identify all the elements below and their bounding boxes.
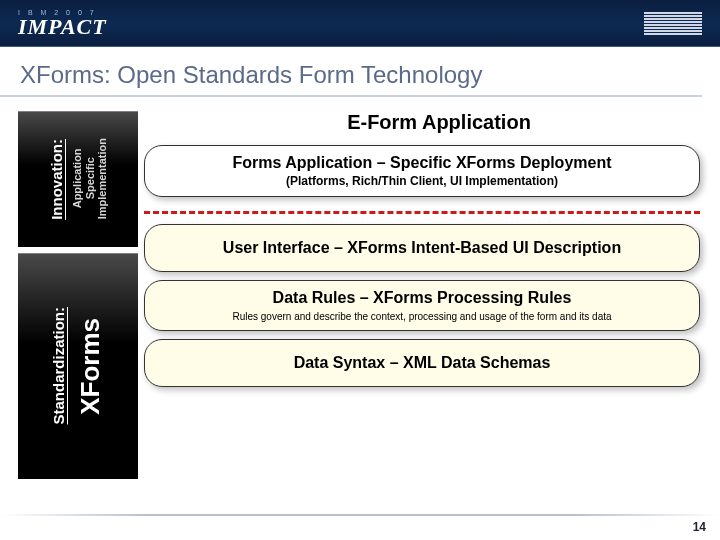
layer-ui-title: User Interface – XForms Intent-Based UI … <box>155 239 689 257</box>
layer-ui: User Interface – XForms Intent-Based UI … <box>144 224 700 272</box>
layer-rules-title: Data Rules – XForms Processing Rules <box>155 289 689 307</box>
ibm-logo-icon <box>644 12 702 35</box>
content-area: E-Form Application Innovation: Applicati… <box>18 111 720 511</box>
layer-deployment: Forms Application – Specific XForms Depl… <box>144 145 700 197</box>
event-name: IMPACT <box>18 16 107 38</box>
layer-stack: Forms Application – Specific XForms Depl… <box>144 145 700 395</box>
layer-syntax: Data Syntax – XML Data Schemas <box>144 339 700 387</box>
page-number: 14 <box>693 520 706 534</box>
layer-deployment-sub: (Platforms, Rich/Thin Client, UI Impleme… <box>155 174 689 188</box>
innovation-box: Innovation: Application Specific Impleme… <box>18 111 138 247</box>
diagram-title: E-Form Application <box>198 111 680 134</box>
layer-syntax-title: Data Syntax – XML Data Schemas <box>155 354 689 372</box>
slide-title: XForms: Open Standards Form Technology <box>0 47 702 97</box>
dashed-divider <box>144 211 700 214</box>
standardization-box: Standardization: XForms <box>18 253 138 479</box>
layer-deployment-title: Forms Application – Specific XForms Depl… <box>155 154 689 172</box>
header-bar: I B M 2 0 0 7 IMPACT <box>0 0 720 47</box>
app-specific-label: Application Specific Implementation <box>71 138 109 219</box>
layer-rules-sub: Rules govern and describe the context, p… <box>155 311 689 322</box>
left-column: Innovation: Application Specific Impleme… <box>18 111 138 479</box>
layer-rules: Data Rules – XForms Processing Rules Rul… <box>144 280 700 331</box>
xforms-label: XForms <box>75 318 106 415</box>
innovation-label: Innovation: <box>48 139 65 220</box>
standardization-label: Standardization: <box>50 307 67 425</box>
footer-divider <box>0 514 720 516</box>
impact-logo: I B M 2 0 0 7 IMPACT <box>18 9 107 38</box>
